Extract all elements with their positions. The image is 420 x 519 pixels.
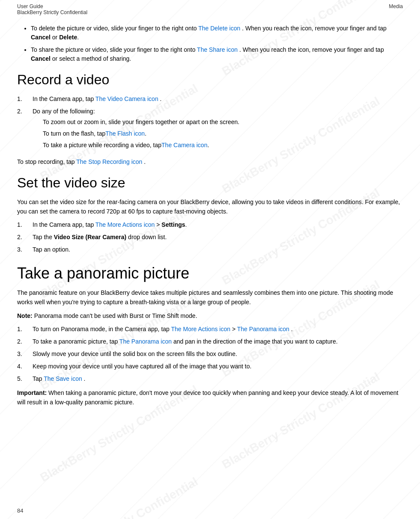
important-bold: Important: [17, 389, 47, 396]
important-text: When taking a panoramic picture, don't m… [17, 389, 398, 406]
list-item: 3. Slowly move your device until the sol… [17, 350, 403, 359]
intro-bullet-list: To delete the picture or video, slide yo… [31, 24, 403, 63]
main-content: To delete the picture or video, slide yo… [0, 17, 420, 420]
list-item: 2. To take a panoramic picture, tap The … [17, 337, 403, 346]
set-video-size-title: Set the video size [17, 175, 403, 191]
more-actions-icon-link-1[interactable]: The More Actions icon [95, 221, 155, 228]
list-item: 4. Keep moving your device until you hav… [17, 362, 403, 371]
more-actions-icon-link-2[interactable]: The More Actions icon [171, 326, 231, 332]
set-video-size-intro: You can set the video size for the rear-… [17, 198, 403, 216]
camera-icon-link[interactable]: The Camera icon [161, 141, 207, 150]
take-panoramic-title: Take a panoramic picture [17, 264, 403, 282]
stop-recording-icon-link[interactable]: The Stop Recording icon [76, 158, 142, 165]
stop-recording-line: To stop recording, tap The Stop Recordin… [17, 157, 403, 166]
set-video-size-steps: 1. In the Camera app, tap The More Actio… [17, 220, 403, 254]
list-item: 5. Tap The Save icon . [17, 374, 403, 383]
list-item: To turn on the flash, tap The Flash icon… [43, 129, 239, 138]
record-video-steps: 1. In the Camera app, tap The Video Came… [17, 95, 403, 152]
note-text: Panorama mode can't be used with Burst o… [33, 312, 197, 319]
record-video-title: Record a video [17, 72, 403, 88]
delete-icon-link[interactable]: The Delete icon [198, 25, 240, 32]
list-item: To take a picture while recording a vide… [43, 141, 239, 150]
panorama-icon-link-2[interactable]: The Panorama icon [119, 338, 172, 345]
save-icon-link[interactable]: The Save icon [44, 375, 82, 382]
flash-icon-link[interactable]: The Flash icon [105, 129, 145, 138]
nested-bullet-list: To zoom out or zoom in, slide your finge… [43, 118, 239, 150]
list-item: 2. Do any of the following: To zoom out … [17, 107, 403, 152]
header-left: User Guide BlackBerry Strictly Confident… [17, 3, 87, 15]
panoramic-note: Note: Panorama mode can't be used with B… [17, 311, 403, 321]
list-item: 2. Tap the Video Size (Rear Camera) drop… [17, 233, 403, 242]
list-item: 3. Tap an option. [17, 245, 403, 254]
list-item: 1. In the Camera app, tap The More Actio… [17, 220, 403, 229]
list-item: To delete the picture or video, slide yo… [31, 24, 403, 42]
take-panoramic-intro: The panoramic feature on your BlackBerry… [17, 288, 403, 307]
list-item: 1. To turn on Panorama mode, in the Came… [17, 325, 403, 334]
header-guide-title: User Guide [17, 3, 87, 9]
panoramic-steps: 1. To turn on Panorama mode, in the Came… [17, 325, 403, 383]
note-bold: Note: [17, 312, 33, 319]
panorama-icon-link-1[interactable]: The Panorama icon [237, 326, 289, 332]
video-camera-icon-link[interactable]: The Video Camera icon [95, 95, 158, 102]
header: User Guide BlackBerry Strictly Confident… [0, 0, 420, 17]
header-confidential: BlackBerry Strictly Confidential [17, 9, 87, 15]
header-right: Media [389, 3, 403, 15]
list-item: 1. In the Camera app, tap The Video Came… [17, 95, 403, 104]
list-item: To zoom out or zoom in, slide your finge… [43, 118, 239, 127]
share-icon-link[interactable]: The Share icon [197, 46, 238, 53]
list-item: To share the picture or video, slide you… [31, 45, 403, 63]
page-number: 84 [17, 507, 23, 514]
panoramic-important: Important: When taking a panoramic pictu… [17, 389, 403, 407]
